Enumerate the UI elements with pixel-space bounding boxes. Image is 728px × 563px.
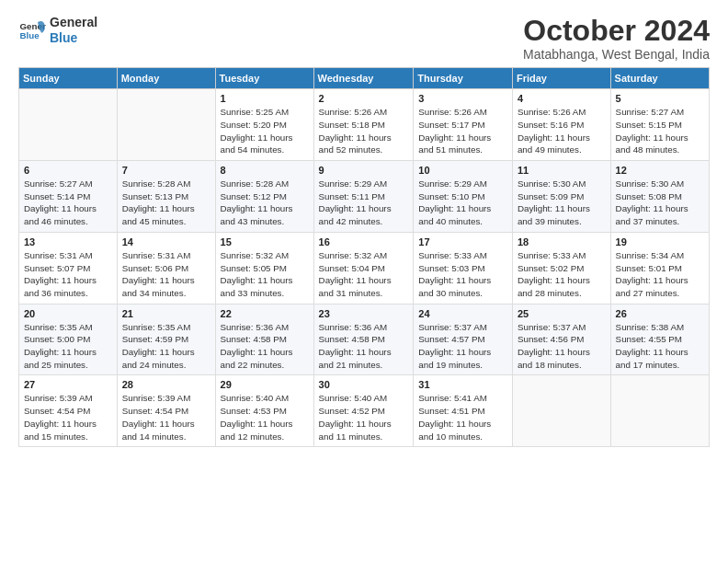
logo-line2: Blue <box>50 30 97 46</box>
day-number: 16 <box>319 236 409 247</box>
calendar-cell <box>117 89 215 161</box>
calendar-cell: 31Sunrise: 5:41 AM Sunset: 4:51 PM Dayli… <box>414 375 513 447</box>
logo-icon: General Blue <box>18 17 46 44</box>
title-block: October 2024 Matabhanga, West Bengal, In… <box>523 15 710 62</box>
day-header: Friday <box>512 68 610 89</box>
day-info: Sunrise: 5:25 AM Sunset: 5:20 PM Dayligh… <box>221 106 309 156</box>
day-header: Thursday <box>414 68 513 89</box>
calendar-cell <box>610 375 709 447</box>
day-number: 24 <box>418 308 507 319</box>
day-number: 22 <box>221 308 309 319</box>
calendar-week-row: 13Sunrise: 5:31 AM Sunset: 5:07 PM Dayli… <box>19 232 710 304</box>
day-info: Sunrise: 5:31 AM Sunset: 5:07 PM Dayligh… <box>24 249 112 300</box>
day-info: Sunrise: 5:38 AM Sunset: 4:55 PM Dayligh… <box>616 321 704 372</box>
calendar-cell: 27Sunrise: 5:39 AM Sunset: 4:54 PM Dayli… <box>19 375 118 447</box>
main-title: October 2024 <box>523 15 710 47</box>
day-info: Sunrise: 5:36 AM Sunset: 4:58 PM Dayligh… <box>221 321 309 372</box>
day-info: Sunrise: 5:34 AM Sunset: 5:01 PM Dayligh… <box>616 249 704 300</box>
day-number: 28 <box>122 379 210 390</box>
day-info: Sunrise: 5:26 AM Sunset: 5:18 PM Dayligh… <box>319 106 409 156</box>
day-number: 18 <box>518 236 606 247</box>
calendar-cell: 20Sunrise: 5:35 AM Sunset: 5:00 PM Dayli… <box>19 304 118 375</box>
day-number: 27 <box>24 379 112 390</box>
day-number: 1 <box>221 93 309 104</box>
day-header: Tuesday <box>215 68 313 89</box>
calendar-cell: 25Sunrise: 5:37 AM Sunset: 4:56 PM Dayli… <box>512 304 610 375</box>
day-info: Sunrise: 5:28 AM Sunset: 5:13 PM Dayligh… <box>122 178 210 228</box>
day-number: 15 <box>221 236 309 247</box>
calendar-cell: 24Sunrise: 5:37 AM Sunset: 4:57 PM Dayli… <box>414 304 513 375</box>
day-info: Sunrise: 5:39 AM Sunset: 4:54 PM Dayligh… <box>24 392 112 442</box>
day-number: 31 <box>418 379 507 390</box>
calendar-cell <box>19 89 118 161</box>
day-info: Sunrise: 5:29 AM Sunset: 5:11 PM Dayligh… <box>319 178 409 228</box>
calendar-cell: 11Sunrise: 5:30 AM Sunset: 5:09 PM Dayli… <box>512 161 610 233</box>
day-header: Saturday <box>610 68 709 89</box>
calendar-cell: 12Sunrise: 5:30 AM Sunset: 5:08 PM Dayli… <box>610 161 709 233</box>
day-info: Sunrise: 5:27 AM Sunset: 5:15 PM Dayligh… <box>616 106 704 156</box>
day-info: Sunrise: 5:32 AM Sunset: 5:05 PM Dayligh… <box>221 249 309 300</box>
day-info: Sunrise: 5:31 AM Sunset: 5:06 PM Dayligh… <box>122 249 210 300</box>
logo: General Blue General Blue <box>18 15 97 46</box>
calendar-cell: 30Sunrise: 5:40 AM Sunset: 4:52 PM Dayli… <box>313 375 414 447</box>
calendar-cell: 15Sunrise: 5:32 AM Sunset: 5:05 PM Dayli… <box>215 232 313 304</box>
day-number: 8 <box>221 165 309 176</box>
day-info: Sunrise: 5:36 AM Sunset: 4:58 PM Dayligh… <box>319 321 409 372</box>
day-number: 17 <box>418 236 507 247</box>
calendar: SundayMondayTuesdayWednesdayThursdayFrid… <box>18 67 710 447</box>
day-number: 20 <box>24 308 112 319</box>
calendar-cell: 18Sunrise: 5:33 AM Sunset: 5:02 PM Dayli… <box>512 232 610 304</box>
day-info: Sunrise: 5:30 AM Sunset: 5:09 PM Dayligh… <box>518 178 606 228</box>
day-number: 25 <box>518 308 606 319</box>
day-info: Sunrise: 5:32 AM Sunset: 5:04 PM Dayligh… <box>319 249 409 300</box>
day-info: Sunrise: 5:40 AM Sunset: 4:52 PM Dayligh… <box>319 392 409 442</box>
day-number: 4 <box>518 93 606 104</box>
day-number: 26 <box>616 308 704 319</box>
day-header: Sunday <box>19 68 118 89</box>
calendar-cell: 13Sunrise: 5:31 AM Sunset: 5:07 PM Dayli… <box>19 232 118 304</box>
day-number: 14 <box>122 236 210 247</box>
day-info: Sunrise: 5:37 AM Sunset: 4:57 PM Dayligh… <box>418 321 507 372</box>
day-header: Wednesday <box>313 68 414 89</box>
day-number: 2 <box>319 93 409 104</box>
calendar-week-row: 1Sunrise: 5:25 AM Sunset: 5:20 PM Daylig… <box>19 89 710 161</box>
subtitle: Matabhanga, West Bengal, India <box>523 47 710 62</box>
day-number: 11 <box>518 165 606 176</box>
day-info: Sunrise: 5:30 AM Sunset: 5:08 PM Dayligh… <box>616 178 704 228</box>
header: General Blue General Blue October 2024 M… <box>18 15 710 62</box>
day-header: Monday <box>117 68 215 89</box>
calendar-cell: 4Sunrise: 5:26 AM Sunset: 5:16 PM Daylig… <box>512 89 610 161</box>
day-info: Sunrise: 5:41 AM Sunset: 4:51 PM Dayligh… <box>418 392 507 442</box>
calendar-cell: 1Sunrise: 5:25 AM Sunset: 5:20 PM Daylig… <box>215 89 313 161</box>
calendar-cell <box>512 375 610 447</box>
calendar-cell: 3Sunrise: 5:26 AM Sunset: 5:17 PM Daylig… <box>414 89 513 161</box>
calendar-cell: 28Sunrise: 5:39 AM Sunset: 4:54 PM Dayli… <box>117 375 215 447</box>
day-info: Sunrise: 5:28 AM Sunset: 5:12 PM Dayligh… <box>221 178 309 228</box>
day-info: Sunrise: 5:27 AM Sunset: 5:14 PM Dayligh… <box>24 178 112 228</box>
calendar-cell: 29Sunrise: 5:40 AM Sunset: 4:53 PM Dayli… <box>215 375 313 447</box>
calendar-cell: 5Sunrise: 5:27 AM Sunset: 5:15 PM Daylig… <box>610 89 709 161</box>
day-info: Sunrise: 5:26 AM Sunset: 5:17 PM Dayligh… <box>418 106 507 156</box>
calendar-week-row: 6Sunrise: 5:27 AM Sunset: 5:14 PM Daylig… <box>19 161 710 233</box>
calendar-cell: 6Sunrise: 5:27 AM Sunset: 5:14 PM Daylig… <box>19 161 118 233</box>
day-number: 19 <box>616 236 704 247</box>
calendar-cell: 21Sunrise: 5:35 AM Sunset: 4:59 PM Dayli… <box>117 304 215 375</box>
calendar-header-row: SundayMondayTuesdayWednesdayThursdayFrid… <box>19 68 710 89</box>
calendar-cell: 9Sunrise: 5:29 AM Sunset: 5:11 PM Daylig… <box>313 161 414 233</box>
day-number: 6 <box>24 165 112 176</box>
day-number: 12 <box>616 165 704 176</box>
day-info: Sunrise: 5:35 AM Sunset: 4:59 PM Dayligh… <box>122 321 210 372</box>
day-number: 13 <box>24 236 112 247</box>
calendar-week-row: 20Sunrise: 5:35 AM Sunset: 5:00 PM Dayli… <box>19 304 710 375</box>
calendar-cell: 17Sunrise: 5:33 AM Sunset: 5:03 PM Dayli… <box>414 232 513 304</box>
calendar-cell: 16Sunrise: 5:32 AM Sunset: 5:04 PM Dayli… <box>313 232 414 304</box>
svg-text:Blue: Blue <box>20 30 40 40</box>
day-info: Sunrise: 5:35 AM Sunset: 5:00 PM Dayligh… <box>24 321 112 372</box>
calendar-cell: 2Sunrise: 5:26 AM Sunset: 5:18 PM Daylig… <box>313 89 414 161</box>
day-info: Sunrise: 5:39 AM Sunset: 4:54 PM Dayligh… <box>122 392 210 442</box>
day-info: Sunrise: 5:29 AM Sunset: 5:10 PM Dayligh… <box>418 178 507 228</box>
day-info: Sunrise: 5:33 AM Sunset: 5:02 PM Dayligh… <box>518 249 606 300</box>
calendar-cell: 26Sunrise: 5:38 AM Sunset: 4:55 PM Dayli… <box>610 304 709 375</box>
calendar-cell: 22Sunrise: 5:36 AM Sunset: 4:58 PM Dayli… <box>215 304 313 375</box>
day-number: 10 <box>418 165 507 176</box>
